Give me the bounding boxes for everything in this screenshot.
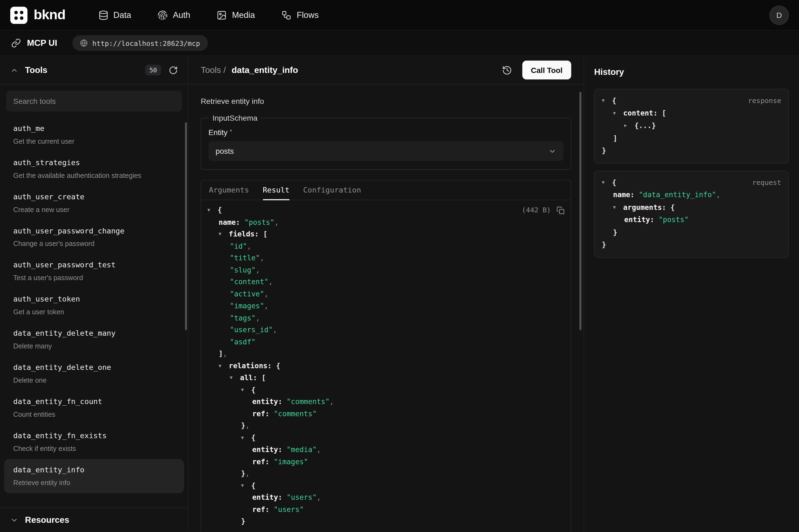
expand-toggle-icon[interactable]: ▶ — [624, 119, 635, 132]
tool-list-item[interactable]: auth_user_token Get a user token — [4, 288, 184, 322]
chevron-up-icon[interactable] — [10, 66, 18, 74]
chevron-down-icon — [10, 516, 18, 524]
nav-item-auth[interactable]: Auth — [157, 10, 190, 20]
tool-description: Create a new user — [13, 205, 175, 214]
json-punct: , — [273, 324, 277, 336]
result-meta: (442 B) — [522, 204, 565, 216]
tool-list-item[interactable]: auth_user_create Create a new user — [4, 186, 184, 220]
tool-list-item[interactable]: auth_me Get the current user — [4, 118, 184, 152]
json-key: entity: — [624, 213, 659, 226]
input-schema-fieldset: InputSchema Entity * posts — [201, 114, 571, 170]
mcp-url-pill[interactable]: http://localhost:28623/mcp — [72, 35, 208, 51]
tool-list-item[interactable]: auth_user_password_change Change a user'… — [4, 220, 184, 254]
tool-list-item[interactable]: auth_user_password_test Test a user's pa… — [4, 254, 184, 288]
nav-item-data[interactable]: Data — [98, 10, 131, 20]
json-string: "asdf" — [230, 336, 255, 348]
json-line: ▼relations: { — [208, 360, 565, 372]
history-entry-response[interactable]: ▼{response▼content: [▶{...}]} — [594, 89, 789, 163]
collapse-toggle-icon[interactable]: ▼ — [241, 384, 251, 396]
json-punct: { — [251, 384, 255, 396]
history-entry-request[interactable]: ▼{requestname: "data_entity_info",▼argum… — [594, 170, 789, 257]
json-string: "media" — [287, 443, 317, 456]
tab-configuration[interactable]: Configuration — [303, 180, 361, 200]
json-key: entity: — [252, 443, 287, 456]
tool-list-item[interactable]: data_entity_info Retrieve entity info — [4, 459, 184, 493]
tool-name: auth_user_create — [13, 191, 175, 202]
json-punct: , — [255, 264, 260, 276]
json-line: } — [602, 144, 781, 157]
collapse-toggle-icon[interactable]: ▼ — [241, 432, 251, 443]
tab-result[interactable]: Result — [263, 180, 289, 200]
json-key: all: — [240, 372, 262, 384]
json-line: "title", — [208, 252, 565, 264]
history-icon[interactable] — [502, 65, 512, 75]
json-punct: [ — [263, 228, 267, 240]
collapse-toggle-icon[interactable]: ▼ — [602, 176, 612, 188]
json-string: "data_entity_info" — [639, 188, 716, 201]
json-string: "posts" — [244, 216, 274, 228]
tool-list-item[interactable]: data_entity_fn_count Count entities — [4, 391, 184, 425]
breadcrumb-current: data_entity_info — [232, 65, 298, 75]
json-punct: , — [317, 443, 321, 456]
json-line: "id", — [208, 240, 565, 252]
nav-item-flows[interactable]: Flows — [282, 10, 319, 20]
tool-list: auth_me Get the current user auth_strate… — [0, 118, 188, 507]
json-line: entity: "posts" — [602, 213, 781, 226]
resources-section-toggle[interactable]: Resources — [0, 507, 188, 532]
brand[interactable]: bknd — [10, 6, 65, 24]
json-punct: , — [245, 420, 250, 432]
json-line: } — [208, 515, 565, 527]
main-row: Tools 50 auth_me Get the current user au… — [0, 56, 799, 532]
json-punct: } — [602, 238, 606, 251]
workflow-icon — [282, 10, 292, 20]
tab-arguments[interactable]: Arguments — [209, 180, 249, 200]
json-line: ▼content: [ — [602, 107, 781, 119]
tool-list-item[interactable]: data_entity_fn_exists Check if entity ex… — [4, 425, 184, 459]
collapse-toggle-icon[interactable]: ▼ — [230, 372, 240, 384]
search-input[interactable] — [6, 91, 182, 111]
json-line: }, — [208, 420, 565, 432]
json-line: ▼fields: [ — [208, 228, 565, 240]
json-punct: } — [602, 144, 606, 157]
tool-list-item[interactable]: auth_strategies Get the available authen… — [4, 152, 184, 186]
tool-list-item[interactable]: data_entity_delete_one Delete one — [4, 357, 184, 391]
collapse-toggle-icon[interactable]: ▼ — [208, 204, 218, 216]
json-string: "images" — [274, 456, 308, 468]
json-line: "asdf" — [208, 336, 565, 348]
tool-name: auth_user_password_change — [13, 226, 175, 236]
json-line: name: "data_entity_info", — [602, 188, 781, 201]
collapse-toggle-icon[interactable]: ▼ — [218, 228, 229, 240]
tool-description: Delete many — [13, 341, 175, 351]
json-string: "comments" — [274, 408, 317, 420]
collapse-toggle-icon[interactable]: ▼ — [602, 94, 612, 107]
copy-icon — [556, 206, 565, 214]
json-punct: { — [276, 360, 281, 372]
json-key: ref: — [252, 408, 274, 420]
collapse-toggle-icon[interactable]: ▼ — [613, 107, 623, 119]
entity-select[interactable]: posts — [208, 141, 564, 161]
tool-list-item[interactable]: data_entity_delete_many Delete many — [4, 322, 184, 357]
nav-item-label: Flows — [297, 10, 319, 20]
collapse-toggle-icon[interactable]: ▼ — [241, 480, 251, 492]
content-scrollbar[interactable] — [579, 92, 582, 330]
json-punct: , — [329, 396, 334, 408]
json-line: name: "posts", — [208, 216, 565, 228]
result-json-tree: ▼{(442 B)name: "posts",▼fields: ["id","t… — [201, 200, 571, 532]
collapse-toggle-icon[interactable]: ▼ — [613, 201, 623, 213]
fingerprint-icon — [157, 10, 168, 20]
json-punct: } — [241, 468, 245, 480]
sidebar-scrollbar[interactable] — [185, 122, 187, 330]
tool-description: Change a user's password — [13, 239, 175, 249]
nav-item-media[interactable]: Media — [217, 10, 255, 20]
bknd-logo-icon — [10, 6, 28, 24]
user-avatar[interactable]: D — [769, 5, 789, 25]
json-line: entity: "users", — [208, 492, 565, 504]
collapse-toggle-icon[interactable]: ▼ — [218, 360, 229, 372]
json-line: ref: "comments" — [208, 408, 565, 420]
history-entry-type: request — [752, 176, 781, 188]
tool-name: data_entity_delete_one — [13, 362, 175, 373]
call-tool-button[interactable]: Call Tool — [522, 61, 571, 80]
refresh-icon[interactable] — [169, 65, 178, 75]
copy-button[interactable] — [556, 206, 565, 214]
json-line: ▼{ — [208, 432, 565, 443]
